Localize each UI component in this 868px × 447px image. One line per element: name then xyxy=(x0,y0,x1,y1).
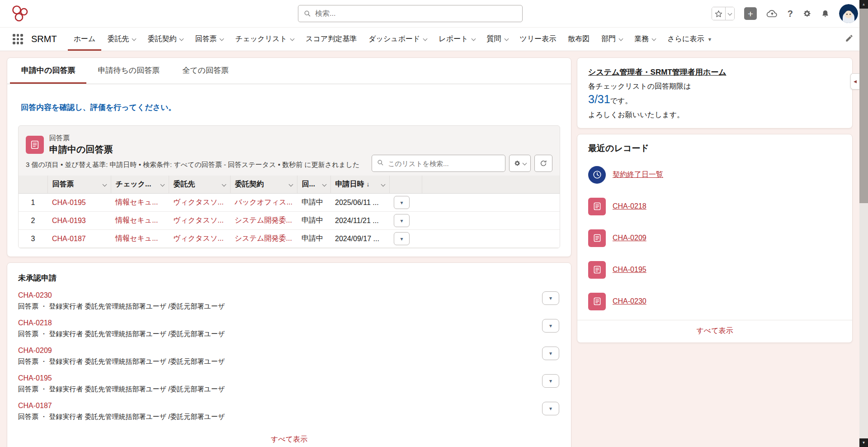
recent-view-all-link[interactable]: すべて表示 xyxy=(577,320,852,342)
chevron-down-icon[interactable] xyxy=(322,182,326,186)
nav-tab-departments[interactable]: 部門 xyxy=(595,28,628,51)
list-view-title[interactable]: 申請中の回答票 xyxy=(49,143,113,156)
recent-record-link[interactable]: CHA-0209 xyxy=(613,234,646,242)
approval-actions-button[interactable]: ▾ xyxy=(542,402,559,415)
scrollbar-down-button[interactable]: ▼ xyxy=(859,438,868,447)
nav-tab-reports[interactable]: レポート xyxy=(433,28,481,51)
nav-tab-vendors[interactable]: 委託先 xyxy=(101,28,142,51)
global-search[interactable] xyxy=(298,5,523,22)
checklist-link[interactable]: 情報セキュ... xyxy=(115,234,158,242)
approval-actions-button[interactable]: ▾ xyxy=(542,347,559,360)
approvals-view-all-link[interactable]: すべて表示 xyxy=(18,435,560,444)
row-actions-button[interactable]: ▾ xyxy=(394,196,410,209)
app-launcher-icon[interactable] xyxy=(13,34,23,44)
refresh-button[interactable] xyxy=(534,155,552,172)
vendor-link[interactable]: ヴィクタスソ... xyxy=(173,198,224,206)
col-response-sheet[interactable]: 回答票 xyxy=(47,176,111,194)
chevron-down-icon[interactable] xyxy=(290,36,295,41)
recent-record-link[interactable]: CHA-0218 xyxy=(613,202,646,210)
nav-tab-questions[interactable]: 質問 xyxy=(481,28,514,51)
approval-item: CHA-0187 回答票 ・ 登録実行者 委託先管理統括部署ユーザ /委託元部署… xyxy=(18,402,560,421)
nav-tab-label: スコア判定基準 xyxy=(306,34,357,44)
col-status[interactable]: 回... xyxy=(297,176,330,194)
nav-tab-checklists[interactable]: チェックリスト xyxy=(229,28,300,51)
approval-actions-button[interactable]: ▾ xyxy=(542,291,559,305)
chevron-down-icon[interactable] xyxy=(471,36,476,41)
user-avatar[interactable] xyxy=(839,4,858,23)
row-actions-button[interactable]: ▾ xyxy=(394,214,410,227)
col-request-date[interactable]: 申請日時↓ xyxy=(330,176,389,194)
chevron-down-icon[interactable] xyxy=(504,36,509,41)
tab-pending-responses[interactable]: 申請中の回答票 xyxy=(10,58,86,84)
recent-record-link[interactable]: 契約終了日一覧 xyxy=(613,170,663,180)
row-actions-button[interactable]: ▾ xyxy=(394,232,410,245)
scrollbar-up-button[interactable]: ▲ xyxy=(859,0,868,9)
nav-tab-contracts[interactable]: 委託契約 xyxy=(142,28,189,51)
chevron-down-icon[interactable] xyxy=(288,182,293,186)
checklist-link[interactable]: 情報セキュ... xyxy=(115,216,158,224)
recent-record-link[interactable]: CHA-0195 xyxy=(613,266,646,274)
contract-link[interactable]: バックオフィス... xyxy=(235,198,292,206)
nav-tab-scatter-plot[interactable]: 散布図 xyxy=(562,28,595,51)
nav-tab-home[interactable]: ホーム xyxy=(68,28,102,51)
chevron-down-icon[interactable] xyxy=(423,36,428,41)
tab-all-responses[interactable]: 全ての回答票 xyxy=(171,58,240,84)
approval-actions-button[interactable]: ▾ xyxy=(542,319,559,333)
help-icon[interactable]: ? xyxy=(788,9,793,19)
nav-tab-response-sheets[interactable]: 回答票 xyxy=(189,28,229,51)
row-number: 1 xyxy=(19,194,47,212)
response-sheet-link[interactable]: CHA-0193 xyxy=(52,217,86,224)
approval-record-link[interactable]: CHA-0209 xyxy=(18,347,52,355)
chevron-down-icon[interactable] xyxy=(381,182,385,186)
approval-record-link[interactable]: CHA-0195 xyxy=(18,374,52,382)
contract-link[interactable]: システム開発委... xyxy=(235,234,292,242)
approval-actions-button[interactable]: ▾ xyxy=(542,374,559,388)
chevron-down-icon[interactable] xyxy=(220,36,224,41)
favorites-star-icon[interactable] xyxy=(712,7,725,20)
list-search[interactable] xyxy=(372,155,505,172)
chevron-down-icon[interactable] xyxy=(102,182,107,186)
col-checklist[interactable]: チェック... xyxy=(111,176,169,194)
edit-page-pencil-icon[interactable] xyxy=(845,34,854,44)
nav-tab-operations[interactable]: 業務 xyxy=(628,28,661,51)
contract-link[interactable]: システム開発委... xyxy=(235,216,292,224)
vendor-link[interactable]: ヴィクタスソ... xyxy=(173,234,224,242)
global-search-input[interactable] xyxy=(315,10,517,18)
list-view-panel: 回答票 申請中の回答票 3 個の項目 • 並び替え基準: 申請日時 • 検索条件… xyxy=(18,125,560,248)
approval-record-link[interactable]: CHA-0218 xyxy=(18,319,52,327)
col-contract[interactable]: 委託契約 xyxy=(230,176,297,194)
row-number: 2 xyxy=(19,212,47,230)
nav-tab-tree-view[interactable]: ツリー表示 xyxy=(514,28,562,51)
global-actions-button[interactable]: + xyxy=(744,7,757,20)
vendor-link[interactable]: ヴィクタスソ... xyxy=(173,216,224,224)
scrollbar-thumb[interactable] xyxy=(859,9,868,203)
nav-tab-dashboards[interactable]: ダッシュボード xyxy=(363,28,433,51)
notifications-bell-icon[interactable] xyxy=(821,9,830,19)
guidance-cloud-icon[interactable] xyxy=(766,10,778,18)
setup-gear-icon[interactable] xyxy=(802,9,811,18)
checklist-link[interactable]: 情報セキュ... xyxy=(115,198,158,206)
record-tabset: 申請中の回答票 申請待ちの回答票 全ての回答票 xyxy=(7,58,571,84)
response-sheet-link[interactable]: CHA-0195 xyxy=(52,199,86,206)
col-vendor[interactable]: 委託先 xyxy=(169,176,230,194)
tab-waiting-responses[interactable]: 申請待ちの回答票 xyxy=(86,58,171,84)
chevron-down-icon[interactable] xyxy=(652,36,656,41)
list-search-input[interactable] xyxy=(388,160,500,167)
chevron-down-icon[interactable] xyxy=(160,182,165,186)
nav-tab-score-criteria[interactable]: スコア判定基準 xyxy=(300,28,363,51)
recent-record-link[interactable]: CHA-0230 xyxy=(613,297,646,305)
chevron-down-icon[interactable] xyxy=(179,36,184,41)
list-settings-button[interactable] xyxy=(509,155,531,172)
approval-record-link[interactable]: CHA-0187 xyxy=(18,402,52,410)
approval-record-link[interactable]: CHA-0230 xyxy=(18,291,52,300)
chevron-down-icon[interactable] xyxy=(132,36,137,41)
panel-collapse-arrow[interactable]: ◀ xyxy=(850,73,859,90)
table-row: 2 CHA-0193 情報セキュ... ヴィクタスソ... システム開発委...… xyxy=(19,212,560,230)
chevron-down-icon[interactable] xyxy=(619,36,623,41)
nav-tab-more[interactable]: さらに表示▼ xyxy=(661,28,718,51)
favorites-dropdown-icon[interactable] xyxy=(725,7,734,20)
response-sheet-link[interactable]: CHA-0187 xyxy=(52,235,86,243)
chevron-down-icon[interactable] xyxy=(222,182,226,186)
nav-tabs: ホーム 委託先 委託契約 回答票 チェックリスト スコア判定基準 ダッシュボード… xyxy=(68,28,718,51)
vertical-scrollbar[interactable]: ▲ ▼ xyxy=(859,0,868,447)
